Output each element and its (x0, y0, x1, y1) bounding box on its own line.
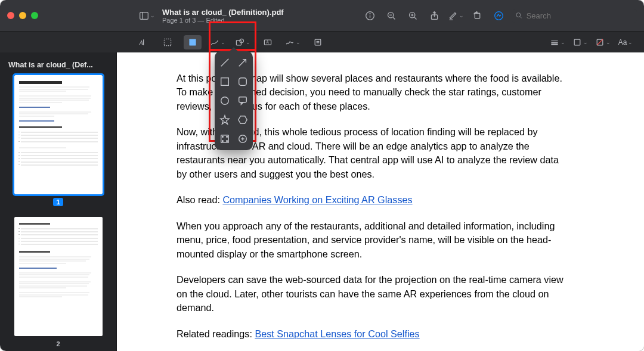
paragraph: Also read: Companies Working on Exciting… (177, 193, 570, 207)
sidebar-doc-title: What is ar cloud_ (Def... (6, 57, 110, 75)
paragraph: Developers can save the web-sourced data… (177, 273, 570, 315)
page-thumbnail-1[interactable] (14, 75, 103, 194)
svg-point-4 (370, 13, 370, 14)
shape-circle[interactable] (218, 94, 231, 107)
share-button[interactable] (426, 7, 442, 24)
svg-line-18 (520, 17, 522, 18)
document-title-block[interactable]: What is ar cloud_ (Definition).pdf Page … (162, 8, 284, 24)
text: Related readings: (177, 328, 255, 339)
shape-hexagon[interactable] (236, 113, 249, 126)
svg-point-17 (516, 13, 521, 17)
paragraph: Related readings: Best Snapchat Lenses f… (177, 327, 570, 341)
svg-rect-0 (140, 12, 148, 19)
zoom-out-button[interactable] (383, 7, 400, 24)
paragraph: When you approach any of the restaurants… (177, 219, 570, 261)
search-icon (515, 11, 523, 20)
svg-line-37 (239, 60, 246, 67)
svg-point-40 (221, 97, 229, 105)
svg-line-6 (393, 17, 395, 19)
rotate-button[interactable] (469, 7, 485, 24)
app-window: ⌄ What is ar cloud_ (Definition).pdf Pag… (0, 0, 644, 351)
search-field[interactable] (512, 9, 637, 23)
svg-point-24 (240, 39, 243, 42)
highlight-button[interactable]: ⌄ (447, 7, 464, 24)
markup-toolbar: A ⌄ ⌄ A ⌄ ⌄ ⌄ ⌄ Aa⌄ (0, 31, 644, 52)
shape-speech-bubble[interactable] (236, 94, 249, 107)
note-button[interactable] (309, 35, 327, 49)
document-view[interactable]: At this point, the map will show several… (117, 52, 644, 351)
redact-tool-button[interactable] (184, 35, 202, 49)
border-style-button[interactable]: ⌄ (549, 35, 566, 49)
fill-color-button[interactable]: ⌄ (594, 35, 612, 49)
svg-rect-22 (189, 39, 196, 45)
border-color-button[interactable]: ⌄ (571, 35, 589, 49)
text-box-button[interactable]: A (259, 35, 277, 49)
content-area: What is ar cloud_ (Def... (0, 52, 644, 351)
svg-rect-33 (574, 39, 580, 45)
font-button[interactable]: Aa⌄ (617, 35, 634, 49)
svg-point-16 (494, 11, 503, 20)
page-thumbnail-2[interactable] (14, 217, 103, 336)
page-number-1: 1 (53, 198, 63, 206)
titlebar: ⌄ What is ar cloud_ (Definition).pdf Pag… (0, 0, 644, 31)
selection-tool-button[interactable] (159, 35, 177, 49)
shape-mask[interactable] (218, 132, 231, 145)
text-style-button[interactable]: A (134, 35, 151, 49)
info-button[interactable] (361, 7, 378, 24)
svg-text:A: A (138, 39, 143, 46)
zoom-in-button[interactable] (404, 7, 421, 24)
fullscreen-window-button[interactable] (31, 12, 38, 19)
close-window-button[interactable] (7, 12, 14, 19)
svg-point-47 (222, 141, 224, 142)
svg-point-45 (222, 136, 224, 138)
link-snapchat-lenses[interactable]: Best Snapchat Lenses for Cool Selfies (255, 328, 419, 339)
svg-rect-21 (164, 39, 171, 45)
shape-star[interactable] (218, 113, 231, 126)
svg-line-35 (597, 39, 603, 45)
shape-line[interactable] (218, 56, 231, 69)
svg-point-46 (227, 136, 228, 138)
shape-square[interactable] (218, 75, 231, 88)
document-title: What is ar cloud_ (Definition).pdf (162, 8, 284, 17)
document-subtitle: Page 1 of 3 — Edited (162, 17, 284, 24)
shape-loupe[interactable] (236, 132, 249, 145)
svg-rect-41 (239, 97, 247, 102)
svg-rect-27 (315, 39, 321, 45)
shapes-popover (215, 51, 253, 150)
shape-rounded-square[interactable] (236, 75, 249, 88)
sign-button[interactable]: ⌄ (284, 35, 302, 49)
page-number-2: 2 (53, 340, 63, 348)
svg-marker-43 (239, 116, 247, 124)
thumbnail-sidebar[interactable]: What is ar cloud_ (Def... (0, 52, 117, 351)
search-input[interactable] (527, 11, 633, 20)
svg-point-48 (227, 141, 228, 142)
svg-rect-39 (239, 78, 247, 86)
shape-arrow[interactable] (236, 56, 249, 69)
svg-line-9 (414, 17, 416, 19)
markup-toggle-button[interactable] (490, 7, 507, 24)
svg-rect-15 (475, 13, 480, 18)
sidebar-toggle-button[interactable]: ⌄ (138, 7, 155, 24)
svg-marker-42 (221, 116, 229, 124)
svg-text:A: A (267, 40, 270, 44)
window-controls (7, 12, 38, 19)
text: Also read: (177, 194, 222, 205)
sketch-tool-button[interactable]: ⌄ (209, 35, 227, 49)
svg-rect-38 (221, 78, 229, 86)
minimize-window-button[interactable] (19, 12, 26, 19)
link-ar-glasses[interactable]: Companies Working on Exciting AR Glasses (222, 194, 412, 205)
svg-line-36 (221, 59, 229, 67)
